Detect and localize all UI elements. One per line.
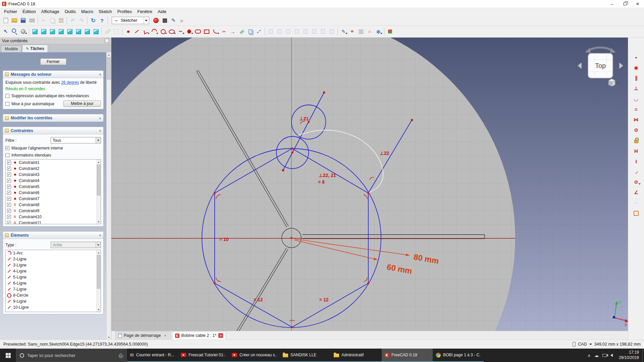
taskbar-item-video[interactable]: Créer un nouveau s...	[229, 349, 280, 362]
toggle-construction-button[interactable]	[255, 27, 263, 36]
copy-button[interactable]	[48, 16, 57, 25]
draw-style-button[interactable]	[19, 27, 28, 36]
auto-remove-checkbox[interactable]	[5, 94, 9, 98]
view-isometric-icon[interactable]	[39, 27, 48, 36]
element-row[interactable]: 9-Ligne	[6, 298, 101, 304]
constrain-perpendicular-button[interactable]	[632, 84, 641, 93]
constraint-checkbox[interactable]	[7, 185, 11, 189]
menu-sketch[interactable]: Sketch	[96, 8, 115, 15]
minimize-button[interactable]	[606, 0, 619, 8]
panel-scrollbar[interactable]: ▲ ▼	[106, 52, 111, 340]
elements-header[interactable]: Éléments	[3, 232, 103, 239]
equal-constraint-label[interactable]: = 8	[318, 179, 325, 185]
render-order-button[interactable]	[374, 27, 383, 36]
constraint-row[interactable]: Constraint10	[6, 214, 101, 220]
scroll-up-icon[interactable]: ▲	[107, 52, 111, 57]
save-button[interactable]	[19, 16, 28, 25]
perpendicular-constraint-label[interactable]: ⊥22	[380, 150, 389, 156]
constraint-row[interactable]: Constraint4	[6, 178, 101, 184]
taskbar-item-tutorial[interactable]: Freecad Tutoriel 01:...	[178, 349, 229, 362]
constraints-scrollbar[interactable]: ▲ ▼	[96, 160, 101, 224]
constraint-row[interactable]: Constraint1	[6, 160, 101, 166]
perpendicular-constraint-label[interactable]: ⊥21	[299, 116, 309, 121]
constraint-checkbox[interactable]	[7, 167, 11, 171]
taskbar-item-administratif[interactable]: Administratif	[331, 349, 382, 362]
taskbar-item-freecad[interactable]: FreeCAD 0.18	[382, 349, 433, 362]
create-circle-button[interactable]	[159, 27, 167, 36]
solver-section-header[interactable]: Messages du solveur	[3, 71, 103, 78]
constrain-block-button[interactable]	[632, 126, 641, 134]
constrain-distance-button[interactable]	[632, 167, 641, 176]
extended-info-checkbox[interactable]	[5, 153, 9, 157]
elements-list[interactable]: 1-Arc 2-Ligne 3-Ligne 4-Ligne 5-Ligne 6-…	[5, 250, 101, 312]
constraint-row[interactable]: Constraint6	[6, 190, 101, 196]
whats-this-button[interactable]	[98, 16, 106, 25]
constrain-coincident-button[interactable]	[632, 53, 641, 62]
redo-button[interactable]	[77, 16, 86, 25]
scrollbar-thumb[interactable]	[97, 165, 100, 195]
menu-macro[interactable]: Macro	[78, 8, 96, 15]
select-tool-button[interactable]	[1, 27, 10, 36]
equal-constraint-label[interactable]: = 12	[254, 297, 263, 302]
volume-icon[interactable]	[610, 354, 613, 357]
menu-affichage[interactable]: Affichage	[39, 8, 62, 15]
toggle-grid-button[interactable]	[357, 27, 365, 36]
constrain-distance-x-button[interactable]	[632, 146, 641, 155]
center-target-button[interactable]	[348, 27, 357, 36]
select-elements-button[interactable]	[284, 27, 292, 36]
combo-view-titlebar[interactable]: Vue combinée	[0, 38, 111, 44]
search-input[interactable]	[27, 353, 117, 358]
navigation-style-dropdown[interactable]	[589, 342, 592, 347]
edit-controls-header[interactable]: Modifier les contrôles	[3, 114, 103, 122]
workbench-selector[interactable]: Sketcher	[112, 17, 149, 24]
filter-dropdown[interactable]: Tous	[51, 137, 101, 143]
constraint-checkbox[interactable]	[7, 215, 11, 219]
constraints-header[interactable]: Contraintes	[3, 127, 103, 134]
constrain-parallel-button[interactable]	[632, 74, 641, 82]
create-bspline-button[interactable]	[176, 27, 185, 36]
element-row[interactable]: 4-Ligne	[6, 268, 101, 274]
select-dof-button[interactable]	[266, 27, 275, 36]
close-tab-icon[interactable]	[163, 333, 168, 338]
menu-profiles[interactable]: Profiles	[115, 8, 135, 15]
constraint-checkbox[interactable]	[7, 179, 11, 183]
constrain-angle-button[interactable]	[632, 188, 641, 197]
network-icon[interactable]	[602, 354, 607, 357]
constraint-checkbox[interactable]	[7, 209, 11, 213]
equal-constraint-label[interactable]: = 10	[219, 237, 229, 242]
scrollbar-thumb[interactable]	[107, 57, 111, 79]
constraint-row[interactable]: Constraint5	[6, 184, 101, 190]
collapse-chevron-icon[interactable]	[99, 72, 101, 76]
workbench-dropdown-arrow[interactable]	[143, 17, 149, 24]
hide-internal-checkbox[interactable]	[5, 146, 9, 150]
create-arc-button[interactable]	[150, 27, 159, 36]
navcube-face-label[interactable]: Top	[595, 62, 606, 69]
constraint-checkbox[interactable]	[7, 197, 11, 201]
restore-button[interactable]	[619, 0, 631, 8]
menu-edition[interactable]: Édition	[20, 8, 39, 15]
mini-cube-icon[interactable]	[608, 79, 615, 86]
type-dropdown[interactable]: Arête	[51, 242, 101, 248]
bounding-box-button[interactable]	[112, 27, 121, 36]
open-button[interactable]	[10, 16, 19, 25]
tab-bobine-cable[interactable]: Bobine cable 2 : 1*	[172, 331, 226, 340]
create-point-button[interactable]	[124, 27, 132, 36]
constrain-tangent-button[interactable]	[632, 95, 641, 103]
constraint-row[interactable]: Constraint2	[6, 166, 101, 172]
sketch-canvas[interactable]: ⊥21 ⊥22 ⊥22, 21 = 8 = 10 = 12 = 12	[111, 38, 628, 331]
trim-edge-button[interactable]	[220, 27, 228, 36]
create-fillet-button[interactable]	[211, 27, 220, 36]
toggle-snap-button[interactable]	[365, 27, 374, 36]
constraint-row[interactable]: Constraint11	[6, 220, 101, 224]
paste-button[interactable]	[57, 16, 65, 25]
addon-button[interactable]	[386, 27, 394, 36]
connect-edges-button[interactable]	[310, 27, 319, 36]
create-polygon-button[interactable]	[185, 27, 194, 36]
select-redundant-button[interactable]	[292, 27, 301, 36]
element-row[interactable]: 8-Cercle	[6, 292, 101, 298]
update-button[interactable]: Mettre à jour	[63, 101, 101, 107]
view-left-icon[interactable]	[92, 27, 100, 36]
constraint-checkbox[interactable]	[7, 161, 11, 165]
view-top-icon[interactable]	[57, 27, 65, 36]
element-row[interactable]: 3-Ligne	[6, 262, 101, 268]
